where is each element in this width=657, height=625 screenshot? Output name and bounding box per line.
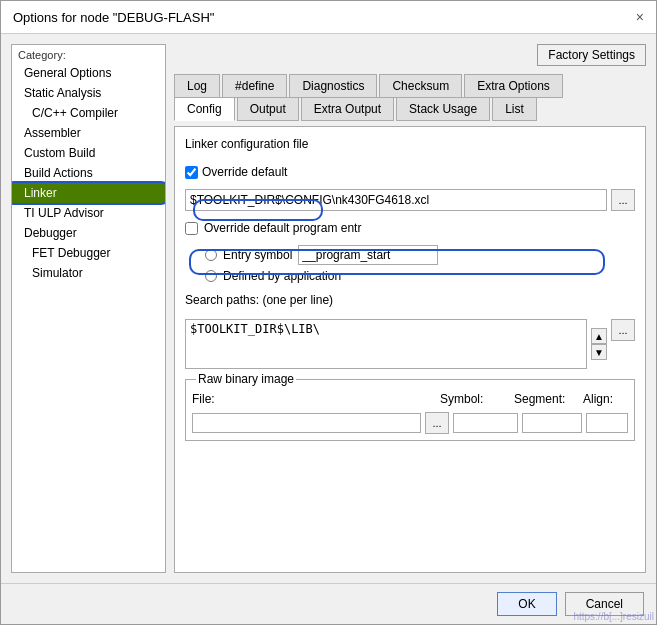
category-label: Category: (12, 45, 165, 63)
raw-file-input[interactable] (192, 413, 421, 433)
cancel-button[interactable]: Cancel (565, 592, 644, 616)
right-panel: Factory Settings Log#defineDiagnosticsCh… (174, 44, 646, 573)
linker-oval-annotation (11, 181, 166, 205)
close-button[interactable]: × (636, 9, 644, 25)
tab-define[interactable]: #define (222, 74, 287, 98)
raw-inputs-row: ... (192, 412, 628, 434)
entry-symbol-radio[interactable] (205, 249, 217, 261)
sidebar-item-c-compiler[interactable]: C/C++ Compiler (12, 103, 165, 123)
scroll-up-btn[interactable]: ▲ (591, 328, 607, 344)
defined-by-app-row: Defined by application (205, 269, 635, 283)
defined-by-app-radio[interactable] (205, 270, 217, 282)
raw-binary-inner: File: Symbol: Segment: Align: ... (192, 392, 628, 434)
program-entr-row: Override default program entr (185, 221, 635, 235)
sidebar-item-linker[interactable]: Linker (12, 183, 165, 203)
override-program-checkbox[interactable] (185, 222, 198, 235)
sidebar-item-static-analysis[interactable]: Static Analysis (12, 83, 165, 103)
sidebar-item-ti-ulp-advisor[interactable]: TI ULP Advisor (12, 203, 165, 223)
tab-list[interactable]: List (492, 97, 537, 121)
content-area: Linker configuration file Override defau… (174, 126, 646, 573)
tab-extra-options[interactable]: Extra Options (464, 74, 563, 98)
override-default-label[interactable]: Override default (185, 165, 287, 179)
raw-binary-section: Raw binary image File: Symbol: Segment: … (185, 379, 635, 441)
dialog-title: Options for node "DEBUG-FLASH" (13, 10, 214, 25)
config-file-browse-btn[interactable]: ... (611, 189, 635, 211)
tab-checksum[interactable]: Checksum (379, 74, 462, 98)
defined-by-app-label: Defined by application (223, 269, 341, 283)
tab-stack-usage[interactable]: Stack Usage (396, 97, 490, 121)
ok-button[interactable]: OK (497, 592, 556, 616)
tab-output[interactable]: Output (237, 97, 299, 121)
entry-symbol-input[interactable] (298, 245, 438, 265)
sidebar-item-simulator[interactable]: Simulator (12, 263, 165, 283)
search-paths-area: $TOOLKIT_DIR$\LIB\ ▲ ▼ ... (185, 319, 635, 369)
raw-file-header: File: (192, 392, 436, 406)
sidebar-item-general-options[interactable]: General Options (12, 63, 165, 83)
sidebar-item-debugger[interactable]: Debugger (12, 223, 165, 243)
radio-section: Entry symbol Defined by application (185, 245, 635, 283)
tab-config[interactable]: Config (174, 97, 235, 121)
raw-symbol-input[interactable] (453, 413, 518, 433)
tab-diagnostics[interactable]: Diagnostics (289, 74, 377, 98)
raw-align-input[interactable] (586, 413, 628, 433)
raw-file-browse-btn[interactable]: ... (425, 412, 449, 434)
scroll-down-btn[interactable]: ▼ (591, 344, 607, 360)
entry-symbol-row: Entry symbol (205, 245, 635, 265)
override-default-checkbox[interactable] (185, 166, 198, 179)
search-paths-browse-btn[interactable]: ... (611, 319, 635, 341)
linker-config-label: Linker configuration file (185, 137, 635, 151)
raw-col-headers: File: Symbol: Segment: Align: (192, 392, 628, 406)
raw-binary-title: Raw binary image (196, 372, 296, 386)
entry-symbol-label: Entry symbol (223, 248, 292, 262)
dialog-body: Category: General OptionsStatic Analysis… (1, 34, 656, 583)
factory-settings-button[interactable]: Factory Settings (537, 44, 646, 66)
tabs-section: Log#defineDiagnosticsChecksumExtra Optio… (174, 72, 646, 120)
sidebar-item-assembler[interactable]: Assembler (12, 123, 165, 143)
override-program-label: Override default program entr (204, 221, 361, 235)
tabs-row2: ConfigOutputExtra OutputStack UsageList (174, 97, 646, 120)
raw-segment-input[interactable] (522, 413, 582, 433)
raw-segment-header: Segment: (514, 392, 579, 406)
scroll-buttons: ▲ ▼ (591, 319, 607, 369)
title-bar: Options for node "DEBUG-FLASH" × (1, 1, 656, 34)
dialog-footer: https://b[...]resizuil OK Cancel (1, 583, 656, 624)
options-dialog: Options for node "DEBUG-FLASH" × Categor… (0, 0, 657, 625)
sidebar-item-build-actions[interactable]: Build Actions (12, 163, 165, 183)
tab-extra-output[interactable]: Extra Output (301, 97, 394, 121)
sidebar-item-fet-debugger[interactable]: FET Debugger (12, 243, 165, 263)
tab-log[interactable]: Log (174, 74, 220, 98)
config-file-input[interactable] (185, 189, 607, 211)
search-textarea-wrap: $TOOLKIT_DIR$\LIB\ (185, 319, 587, 369)
override-row: Override default (185, 165, 635, 179)
search-paths-label: Search paths: (one per line) (185, 293, 635, 307)
search-paths-textarea[interactable]: $TOOLKIT_DIR$\LIB\ (185, 319, 587, 369)
raw-align-header: Align: (583, 392, 628, 406)
config-file-row: ... (185, 189, 635, 211)
factory-settings-row: Factory Settings (174, 44, 646, 66)
raw-symbol-header: Symbol: (440, 392, 510, 406)
tabs-row1: Log#defineDiagnosticsChecksumExtra Optio… (174, 72, 646, 97)
category-panel: Category: General OptionsStatic Analysis… (11, 44, 166, 573)
sidebar-item-custom-build[interactable]: Custom Build (12, 143, 165, 163)
